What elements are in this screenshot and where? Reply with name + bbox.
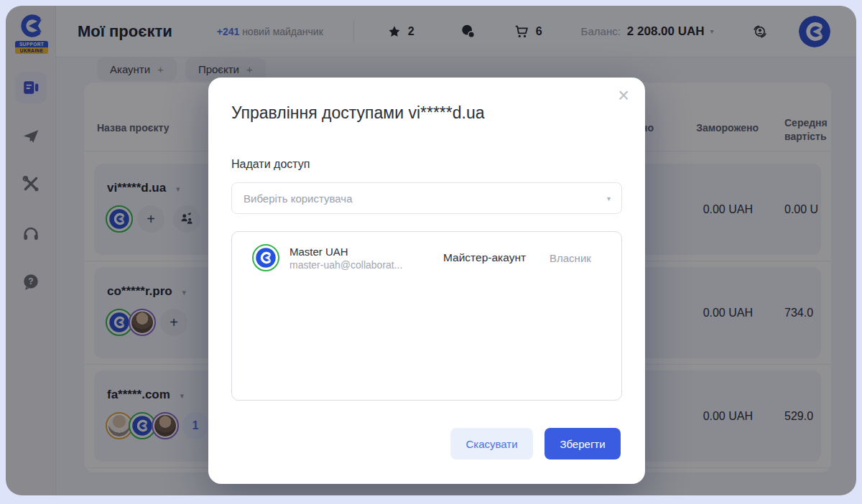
close-icon[interactable]: × (618, 86, 629, 106)
access-list-item[interactable]: Master UAH master-uah@collaborat... Майс… (232, 232, 621, 284)
grant-access-label: Надати доступ (231, 158, 310, 171)
user-select[interactable]: Виберіть користувача ▾ (231, 182, 622, 214)
user-email: master-uah@collaborat... (289, 259, 407, 271)
access-management-modal: × Управління доступами vi*****d.ua Надат… (208, 78, 645, 484)
user-role: Власник (550, 252, 591, 264)
save-button[interactable]: Зберегти (544, 428, 621, 459)
app-window: SUPPORT UKRAINE (6, 6, 856, 495)
cancel-button[interactable]: Скасувати (450, 428, 533, 459)
user-select-placeholder: Виберіть користувача (244, 192, 352, 205)
account-avatar (252, 244, 279, 271)
collaborator-avatar-icon (255, 247, 277, 269)
access-list: Master UAH master-uah@collaborat... Майс… (231, 231, 622, 401)
account-type: Майстер-акаунт (443, 251, 526, 264)
user-name: Master UAH (289, 246, 407, 258)
chevron-down-icon: ▾ (607, 195, 611, 202)
modal-title: Управління доступами vi*****d.ua (231, 103, 485, 123)
modal-footer: Скасувати Зберегти (450, 428, 621, 459)
user-identity: Master UAH master-uah@collaborat... (289, 246, 407, 271)
